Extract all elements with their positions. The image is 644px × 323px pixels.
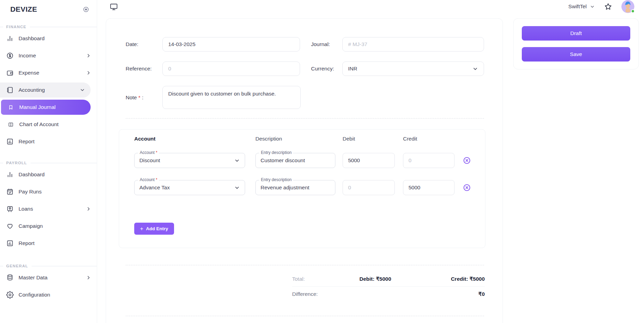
totals-section: Total: Debit: ₹5000 Credit: ₹5000 Differ…	[292, 272, 485, 301]
description-field[interactable]: Entry description	[255, 180, 335, 195]
add-entry-button[interactable]: + Add Entry	[134, 223, 174, 235]
currency-value: INR	[348, 66, 357, 72]
account-value: Discount	[139, 157, 160, 164]
sidebar-item-label: Dashboard	[19, 35, 45, 42]
required-asterisk: *	[138, 94, 140, 100]
sidebar-toggle-button[interactable]	[83, 6, 89, 13]
difference-label: Difference:	[292, 291, 318, 297]
date-input[interactable]	[162, 37, 300, 52]
app-root: DEVIZE FINANCE Dashboard Income Expense …	[0, 0, 644, 323]
sidebar-item-label: Expense	[19, 70, 39, 76]
chevron-down-icon	[472, 66, 478, 72]
main-area: SwiftTel Date:	[97, 0, 644, 323]
plus-icon: +	[140, 226, 143, 232]
sidebar-item-label: Accounting	[19, 87, 45, 93]
sidebar-item-label: Dashboard	[19, 171, 45, 178]
monitor-icon	[110, 2, 118, 11]
required-asterisk: *	[156, 150, 158, 155]
sidebar-item-loans[interactable]: Loans	[0, 201, 97, 216]
sidebar-item-dashboard-payroll[interactable]: Dashboard	[0, 167, 97, 182]
sidebar-item-income[interactable]: Income	[0, 48, 97, 63]
description-input[interactable]	[261, 157, 330, 164]
sidebar-item-report-payroll[interactable]: Report	[0, 236, 97, 251]
sidebar-header: DEVIZE	[0, 0, 97, 19]
dashed-divider	[126, 265, 484, 265]
sidebar-item-manual-journal[interactable]: Manual Journal	[1, 100, 91, 115]
sidebar-item-pay-runs[interactable]: Pay Runs	[0, 184, 97, 199]
chart-box-icon	[6, 240, 14, 247]
sidebar-item-chart-of-account[interactable]: Chart of Account	[0, 117, 97, 132]
sidebar-item-label: Loans	[19, 206, 33, 212]
debit-input[interactable]	[343, 153, 395, 168]
draft-button[interactable]: Draft	[522, 26, 630, 41]
database-icon	[6, 274, 14, 281]
remove-entry-button[interactable]	[463, 183, 471, 192]
form-row-2: Reference: Currency: INR	[126, 62, 484, 76]
bar-chart-icon	[6, 171, 14, 178]
description-float-label: Entry description	[259, 150, 293, 155]
company-name: SwiftTel	[568, 3, 587, 10]
user-avatar[interactable]	[621, 0, 634, 13]
circle-dot-icon	[83, 6, 89, 13]
date-label: Date:	[126, 41, 162, 47]
sidebar-item-label: Manual Journal	[19, 104, 56, 110]
manual-journal-card: Date: Journal: Reference: Currency: INR	[106, 18, 503, 323]
column-header-description: Description	[255, 136, 335, 142]
columns-book-icon	[8, 122, 14, 127]
gear-icon	[6, 291, 14, 299]
heart-icon	[6, 222, 14, 230]
calendar-check-icon	[6, 188, 14, 196]
entries-table: Account Description Debit Credit Account…	[119, 129, 485, 248]
sidebar: DEVIZE FINANCE Dashboard Income Expense …	[0, 0, 97, 323]
note-textarea[interactable]: Discount given to customer on bulk purch…	[162, 86, 301, 109]
sidebar-item-label: Campaign	[19, 223, 43, 229]
sidebar-item-label: Configuration	[19, 292, 50, 298]
sidebar-item-dashboard-finance[interactable]: Dashboard	[0, 31, 97, 46]
entry-row: Account * Advance Tax Entry description	[134, 180, 476, 195]
section-label-payroll: PAYROLL	[0, 161, 97, 165]
total-credit: Credit: ₹5000	[451, 276, 485, 282]
sidebar-item-report-finance[interactable]: Report	[0, 134, 97, 149]
column-header-account: Account	[134, 136, 245, 142]
column-header-credit: Credit	[403, 136, 455, 142]
form-row-note: Note * : Discount given to customer on b…	[126, 86, 484, 109]
sidebar-item-expense[interactable]: Expense	[0, 65, 97, 80]
account-select[interactable]: Account * Advance Tax	[134, 180, 245, 195]
totals-row: Total: Debit: ₹5000 Credit: ₹5000	[292, 272, 485, 287]
description-input[interactable]	[261, 185, 330, 191]
chevron-down-icon	[590, 4, 595, 9]
credit-input[interactable]	[403, 153, 455, 168]
notebook-icon	[6, 86, 14, 94]
column-header-debit: Debit	[343, 136, 395, 142]
reference-input[interactable]	[162, 62, 300, 76]
journal-input[interactable]	[342, 37, 484, 52]
total-label: Total:	[292, 276, 359, 282]
difference-value: ₹0	[479, 291, 485, 297]
debit-input[interactable]	[343, 180, 395, 195]
display-mode-button[interactable]	[110, 2, 118, 11]
account-select[interactable]: Account * Discount	[134, 153, 245, 168]
brand-logo: DEVIZE	[10, 5, 37, 13]
description-field[interactable]: Entry description	[255, 153, 335, 168]
sidebar-item-accounting[interactable]: Accounting	[0, 82, 91, 98]
bookmark-icon	[8, 104, 14, 110]
chevron-right-icon	[86, 70, 91, 76]
credit-input[interactable]	[403, 180, 455, 195]
favorite-star-icon[interactable]	[604, 2, 612, 11]
chevron-right-icon	[86, 53, 91, 58]
section-label-general: GENERAL	[0, 264, 97, 268]
chevron-right-icon	[86, 275, 91, 280]
entry-row: Account * Discount Entry description	[134, 153, 476, 168]
sidebar-item-label: Chart of Account	[19, 121, 59, 127]
currency-select[interactable]: INR	[342, 62, 484, 76]
sidebar-item-configuration[interactable]: Configuration	[0, 287, 97, 302]
account-value: Advance Tax	[139, 185, 170, 191]
sidebar-item-master-data[interactable]: Master Data	[0, 270, 97, 285]
save-button[interactable]: Save	[522, 47, 630, 62]
sidebar-item-label: Report	[19, 240, 35, 246]
add-entry-label: Add Entry	[146, 226, 168, 231]
company-selector[interactable]: SwiftTel	[568, 3, 595, 10]
sidebar-item-campaign[interactable]: Campaign	[0, 219, 97, 234]
remove-entry-button[interactable]	[463, 156, 471, 165]
bar-chart-icon	[6, 35, 14, 42]
